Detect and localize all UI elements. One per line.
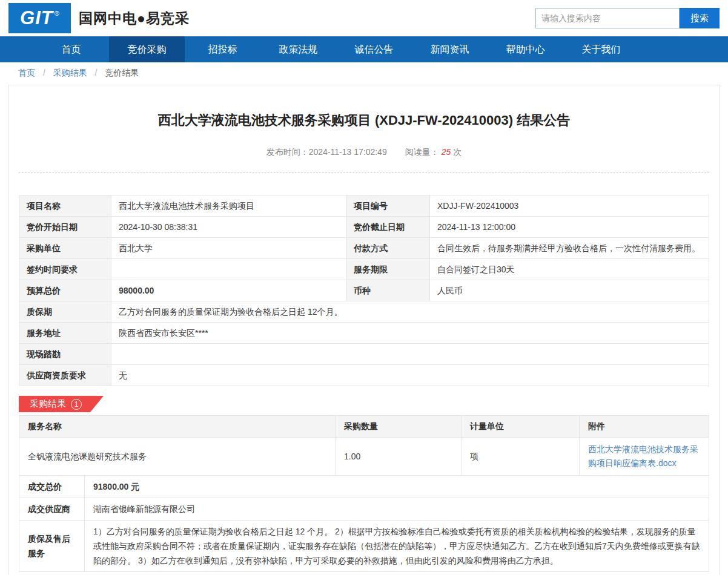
nav-item-about-us[interactable]: 关于我们 — [563, 36, 639, 62]
warranty-service-value: 1）乙方对合同服务的质量保证期为验收合格后之日起 12 个月。 2）根据甲方按检… — [85, 521, 709, 572]
views-unit: 次 — [453, 147, 462, 157]
info-label: 项目编号 — [346, 196, 430, 217]
info-value: 2024-11-13 12:00:00 — [430, 217, 709, 238]
info-label: 竞价截止日期 — [346, 217, 430, 238]
info-label: 服务期限 — [346, 259, 430, 280]
nav-item-news[interactable]: 新闻资讯 — [412, 36, 488, 62]
unit-cell: 项 — [462, 438, 580, 476]
search-button[interactable]: 搜索 — [680, 8, 720, 28]
result-count-badge: 1 — [71, 399, 82, 410]
nav-item-integrity-notice[interactable]: 诚信公告 — [336, 36, 412, 62]
info-label: 竞价开始日期 — [19, 217, 111, 238]
result-summary-table: 成交总价 91800.00 元 成交供应商 湖南省银峰新能源有限公司 质保及售后… — [19, 475, 709, 572]
registered-trademark-icon: ® — [55, 10, 59, 17]
nav-item-bidding-purchase[interactable]: 竞价采购 — [109, 36, 185, 62]
info-label: 币种 — [346, 280, 430, 301]
info-label: 项目名称 — [19, 196, 111, 217]
breadcrumb-current: 竞价结果 — [105, 68, 139, 77]
deal-price-value: 91800.00 元 — [85, 476, 709, 498]
budget-total-price: 98000.00 — [111, 280, 346, 301]
breadcrumb-home[interactable]: 首页 — [18, 68, 35, 77]
ribbon-label: 采购结果 — [30, 398, 66, 410]
info-label: 采购单位 — [19, 238, 111, 259]
info-label: 服务地址 — [19, 323, 111, 344]
info-value — [111, 259, 346, 280]
winning-supplier-label: 成交供应商 — [19, 498, 85, 521]
publish-time-label: 发布时间： — [266, 147, 309, 157]
info-value: 西北大学 — [111, 238, 346, 259]
warranty-service-label: 质保及售后服务 — [19, 521, 85, 572]
nav-item-policy[interactable]: 政策法规 — [260, 36, 336, 62]
info-label: 签约时间要求 — [19, 259, 111, 280]
table-row: 服务地址 陕西省西安市长安区**** — [19, 323, 709, 344]
table-row: 成交总价 91800.00 元 — [19, 476, 709, 498]
table-row: 预算总价 98000.00 币种 人民币 — [19, 280, 709, 301]
quantity-cell: 1.00 — [336, 438, 462, 476]
info-label: 质保期 — [19, 301, 111, 323]
views-count: 25 — [442, 147, 451, 157]
table-row: 项目名称 西北大学液流电池技术服务采购项目 项目编号 XDJJ-FW-20241… — [19, 196, 709, 217]
logo-text: GIT — [20, 7, 53, 29]
info-value: 合同生效后，待服务期满并经甲方验收合格后，一次性付清服务费用。 — [430, 238, 709, 259]
breadcrumb-separator: / — [43, 68, 45, 77]
result-header-quantity: 采购数量 — [336, 416, 462, 438]
nav-item-home[interactable]: 首页 — [33, 36, 109, 62]
info-value: 人民币 — [430, 280, 709, 301]
winning-supplier-value: 湖南省银峰新能源有限公司 — [85, 498, 709, 521]
table-row: 采购单位 西北大学 付款方式 合同生效后，待服务期满并经甲方验收合格后，一次性付… — [19, 238, 709, 259]
info-label: 预算总价 — [19, 280, 111, 301]
result-table: 服务名称 采购数量 计量单位 附件 全钒液流电池课题研究技术服务 1.00 项 … — [19, 415, 709, 476]
result-header-unit: 计量单位 — [462, 416, 580, 438]
info-value: 2024-10-30 08:38:31 — [111, 217, 346, 238]
nav-item-tender[interactable]: 招投标 — [185, 36, 260, 62]
breadcrumb-purchase-results[interactable]: 采购结果 — [53, 68, 87, 77]
main-nav: 首页 竞价采购 招投标 政策法规 诚信公告 新闻资讯 帮助中心 关于我们 — [0, 36, 728, 62]
project-info-table: 项目名称 西北大学液流电池技术服务采购项目 项目编号 XDJJ-FW-20241… — [19, 195, 709, 386]
info-value: XDJJ-FW-202410003 — [430, 196, 709, 217]
info-label: 供应商资质要求 — [19, 365, 111, 386]
breadcrumb: 首页 / 采购结果 / 竞价结果 — [0, 62, 728, 85]
announcement-card: 西北大学液流电池技术服务采购项目 (XDJJ-FW-202410003) 结果公… — [8, 85, 720, 575]
info-value: 自合同签订之日30天 — [430, 259, 709, 280]
site-title: 国网中电●易竞采 — [79, 9, 190, 28]
site-logo[interactable]: GIT® — [8, 3, 71, 33]
table-row: 竞价开始日期 2024-10-30 08:38:31 竞价截止日期 2024-1… — [19, 217, 709, 238]
table-row: 签约时间要求 服务期限 自合同签订之日30天 — [19, 259, 709, 280]
announcement-meta: 发布时间：2024-11-13 17:02:49阅读量：25次 — [19, 147, 709, 173]
search-input[interactable] — [535, 8, 680, 28]
attachment-link[interactable]: 西北大学液流电池技术服务采购项目响应偏离表.docx — [588, 444, 698, 468]
result-header-attachment: 附件 — [580, 416, 709, 438]
nav-item-help-center[interactable]: 帮助中心 — [488, 36, 563, 62]
info-value: 乙方对合同服务的质量保证期为验收合格后之日起 12个月。 — [111, 301, 709, 323]
info-label: 现场踏勘 — [19, 344, 111, 365]
views-label: 阅读量： — [405, 147, 439, 157]
table-row: 质保及售后服务 1）乙方对合同服务的质量保证期为验收合格后之日起 12 个月。 … — [19, 521, 709, 572]
table-row: 全钒液流电池课题研究技术服务 1.00 项 西北大学液流电池技术服务采购项目响应… — [19, 438, 709, 476]
deal-price-label: 成交总价 — [19, 476, 85, 498]
breadcrumb-separator: / — [95, 68, 98, 77]
result-section-header: 采购结果 1 — [19, 396, 709, 412]
info-value: 西北大学液流电池技术服务采购项目 — [111, 196, 346, 217]
service-name-cell: 全钒液流电池课题研究技术服务 — [19, 438, 336, 476]
table-row: 成交供应商 湖南省银峰新能源有限公司 — [19, 498, 709, 521]
info-value: 无 — [111, 365, 709, 386]
table-row: 供应商资质要求 无 — [19, 365, 709, 386]
info-value: 陕西省西安市长安区**** — [111, 323, 709, 344]
table-header-row: 服务名称 采购数量 计量单位 附件 — [19, 416, 709, 438]
table-row: 现场踏勘 — [19, 344, 709, 365]
result-header-service-name: 服务名称 — [19, 416, 336, 438]
info-label: 付款方式 — [346, 238, 430, 259]
attachment-cell: 西北大学液流电池技术服务采购项目响应偏离表.docx — [580, 438, 709, 476]
procurement-result-ribbon: 采购结果 1 — [19, 396, 104, 412]
info-value — [111, 344, 709, 365]
announcement-title: 西北大学液流电池技术服务采购项目 (XDJJ-FW-202410003) 结果公… — [19, 112, 709, 129]
search-box: 搜索 — [535, 8, 720, 28]
publish-time: 2024-11-13 17:02:49 — [309, 147, 387, 157]
table-row: 质保期 乙方对合同服务的质量保证期为验收合格后之日起 12个月。 — [19, 301, 709, 323]
top-bar: GIT® 国网中电●易竞采 搜索 — [0, 0, 728, 36]
